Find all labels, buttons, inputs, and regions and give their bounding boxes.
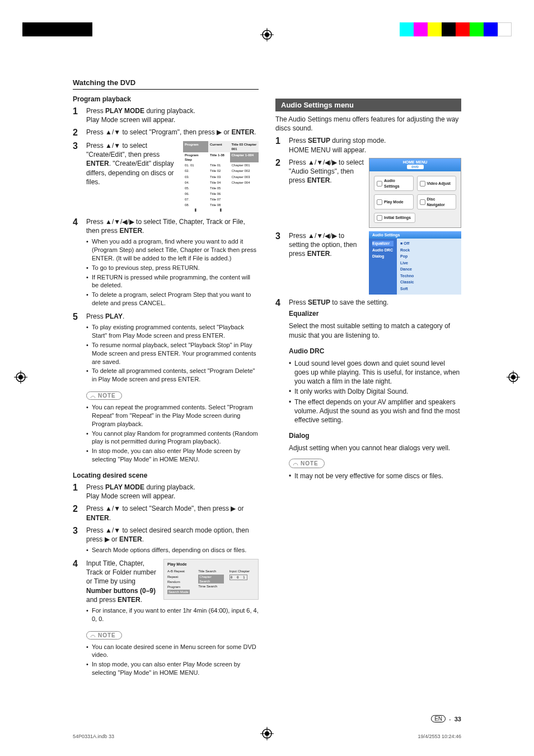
- step-number: 3: [275, 231, 283, 241]
- subhead-program-playback: Program playback: [73, 95, 259, 103]
- home-menu-graphic: HOME MENU DVD Audio Settings Video Adjus…: [369, 158, 461, 228]
- step-number: 3: [73, 526, 81, 536]
- step-body: Press SETUP during stop mode. HOME MENU …: [289, 136, 461, 154]
- bullet: To resume normal playback, select "Playb…: [86, 341, 259, 366]
- step-body: Press ▲/▼ to select desired search mode …: [86, 526, 259, 556]
- step-body: Play Mode A-B Repeat Repeat Random Progr…: [86, 559, 259, 624]
- bullet: The effect depends on your AV amplifier …: [289, 398, 461, 425]
- step-number: 4: [275, 298, 283, 308]
- bullet: If RETURN is pressed while programming, …: [86, 273, 259, 290]
- bullet: Loud sound level goes down and quiet sou…: [289, 359, 461, 386]
- step-body: Press ▲/▼ to select "Search Mode", then …: [86, 504, 259, 522]
- registration-mark-left: [14, 371, 27, 386]
- note-badge: NOTE: [86, 631, 122, 640]
- bullet: It may not be very effective for some di…: [289, 472, 461, 480]
- print-info-left: 54P0331A.indb 33: [73, 734, 114, 739]
- bullet: You can locate desired scene in Menu scr…: [86, 643, 259, 660]
- disc-icon: [420, 199, 425, 205]
- equalizer-body: Select the most suitable setting to matc…: [289, 321, 461, 339]
- subhead-locating: Locating desired scene: [73, 472, 259, 479]
- step-body: Press ▲/▼/◀/▶ to select Title, Chapter, …: [86, 217, 259, 309]
- audio-settings-heading: Audio Settings menu: [275, 99, 461, 111]
- bullet: You cannot play Random for programmed co…: [86, 430, 259, 446]
- step-number: 1: [73, 483, 81, 493]
- step-number: 2: [73, 504, 81, 514]
- bullet: Search Mode options differs, depending o…: [86, 546, 259, 554]
- step-number: 4: [73, 217, 81, 227]
- audio-settings-graphic: Audio Settings Equalizer Audio DRC Dialo…: [369, 231, 461, 295]
- step-body: Press ▲/▼ to select "Program", then pres…: [86, 128, 259, 137]
- play-icon: [377, 199, 382, 205]
- bullet: It only works with Dolby Digital Sound.: [289, 387, 461, 396]
- program-table-graphic: Program Current Title 03 Chapter 001 Pro…: [183, 141, 259, 214]
- bullet: To play existing programmed contents, se…: [86, 323, 259, 340]
- step-body: HOME MENU DVD Audio Settings Video Adjus…: [289, 158, 461, 228]
- rule: [73, 89, 259, 90]
- left-column: Watching the DVD Program playback 1 Pres…: [73, 78, 259, 722]
- step-number: 3: [73, 141, 81, 151]
- play-mode-graphic: Play Mode A-B Repeat Repeat Random Progr…: [163, 559, 259, 600]
- registration-mark-right: [507, 371, 520, 386]
- note-badge: NOTE: [289, 459, 325, 469]
- registration-mark-bottom: [260, 727, 274, 740]
- video-icon: [420, 181, 425, 186]
- step-number: 4: [73, 559, 81, 569]
- bullet: You can repeat the programmed contents. …: [86, 403, 259, 428]
- step-number: 1: [275, 136, 283, 146]
- bullet: For instance, if you want to enter 1hr 4…: [86, 606, 259, 623]
- dialog-body: Adjust setting when you cannot hear dial…: [289, 444, 461, 452]
- bullet: When you add a program, find where you w…: [86, 237, 259, 263]
- step-body: Press PLAY. To play existing programmed …: [86, 312, 259, 385]
- bullet: In stop mode, you can also enter Play Mo…: [86, 660, 259, 677]
- printer-swatches-left: [22, 22, 92, 36]
- audio-icon: [377, 181, 382, 186]
- note-badge: NOTE: [86, 391, 122, 400]
- step-body: Press SETUP to save the setting. Equaliz…: [289, 298, 461, 482]
- equalizer-heading: Equalizer: [289, 309, 461, 318]
- page-footer: EN - 33: [431, 715, 461, 722]
- bullet: To delete a program, select Program Step…: [86, 291, 259, 307]
- bullet: To go to previous step, press RETURN.: [86, 264, 259, 272]
- printer-swatches-right: [400, 22, 512, 36]
- right-column: Audio Settings menu The Audio Settings m…: [275, 78, 461, 722]
- section-title: Watching the DVD: [73, 78, 259, 87]
- dialog-heading: Dialog: [289, 431, 461, 440]
- gear-icon: [377, 215, 382, 221]
- bullet: To delete all programmed contents, selec…: [86, 367, 259, 384]
- step-body: Press PLAY MODE during playback. Play Mo…: [86, 483, 259, 501]
- step-number: 5: [73, 312, 81, 322]
- intro-text: The Audio Settings menu offers features …: [275, 115, 461, 133]
- bullet: In stop mode, you can also enter Play Mo…: [86, 447, 259, 464]
- audio-drc-heading: Audio DRC: [289, 347, 461, 356]
- step-body: Audio Settings Equalizer Audio DRC Dialo…: [289, 231, 461, 295]
- step-body: Press PLAY MODE during playback. Play Mo…: [86, 106, 259, 124]
- step-number: 2: [73, 128, 81, 138]
- step-number: 2: [275, 158, 283, 168]
- registration-mark-top: [260, 28, 274, 41]
- step-body: Program Current Title 03 Chapter 001 Pro…: [86, 141, 259, 214]
- print-info-right: 19/4/2553 10:24:46: [418, 734, 461, 739]
- step-number: 1: [73, 106, 81, 116]
